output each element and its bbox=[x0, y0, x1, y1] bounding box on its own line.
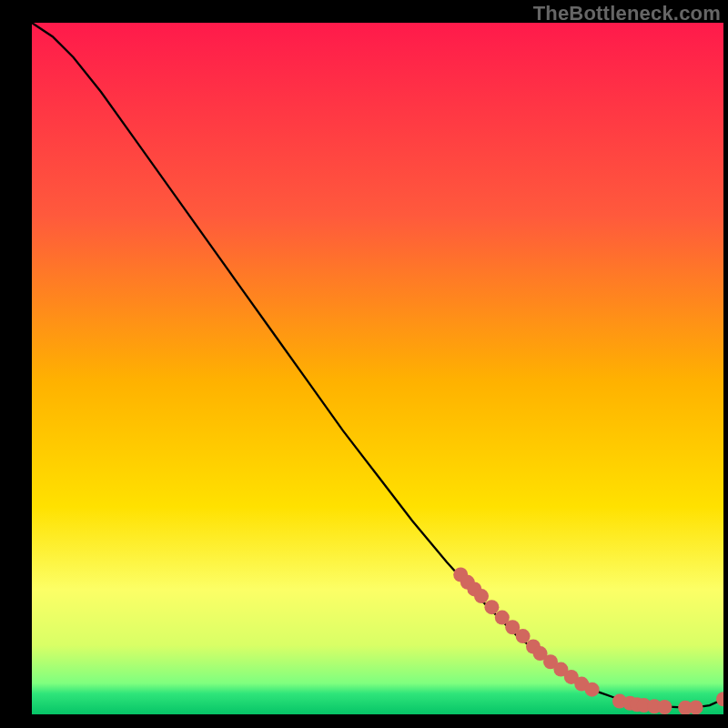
marker-point bbox=[657, 700, 672, 714]
marker-point bbox=[484, 600, 499, 614]
plot-area bbox=[32, 23, 723, 714]
marker-point bbox=[689, 700, 703, 714]
marker-point bbox=[585, 682, 600, 697]
chart-svg bbox=[32, 23, 723, 714]
marker-point bbox=[516, 629, 531, 643]
chart-container: TheBottleneck.com bbox=[0, 0, 728, 728]
marker-point bbox=[474, 589, 489, 603]
gradient-background bbox=[32, 23, 723, 714]
